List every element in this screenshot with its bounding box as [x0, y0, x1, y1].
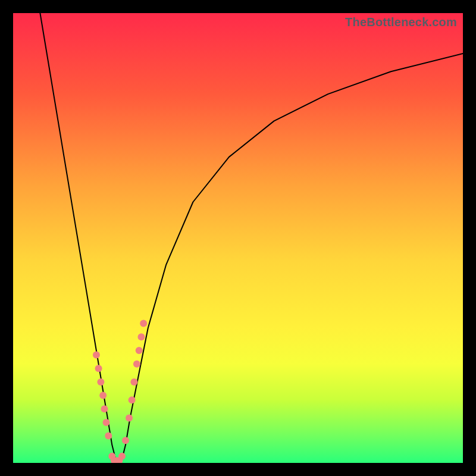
data-point — [129, 396, 136, 403]
data-point — [105, 433, 112, 440]
data-point — [130, 378, 137, 386]
data-point — [140, 320, 147, 327]
data-point — [122, 437, 129, 444]
marker-cluster — [93, 320, 147, 463]
data-point — [93, 352, 100, 359]
plot-area: TheBottleneck.com — [13, 13, 463, 463]
data-point — [101, 405, 108, 412]
data-point — [133, 361, 140, 368]
data-point — [95, 365, 102, 372]
data-point — [99, 392, 107, 399]
data-point — [138, 333, 145, 340]
chart-svg — [13, 13, 463, 463]
data-point — [103, 419, 110, 426]
data-point — [136, 347, 143, 354]
data-point — [118, 453, 126, 460]
chart-container: TheBottleneck.com — [0, 0, 476, 476]
data-point — [126, 414, 133, 421]
data-point — [97, 378, 104, 386]
